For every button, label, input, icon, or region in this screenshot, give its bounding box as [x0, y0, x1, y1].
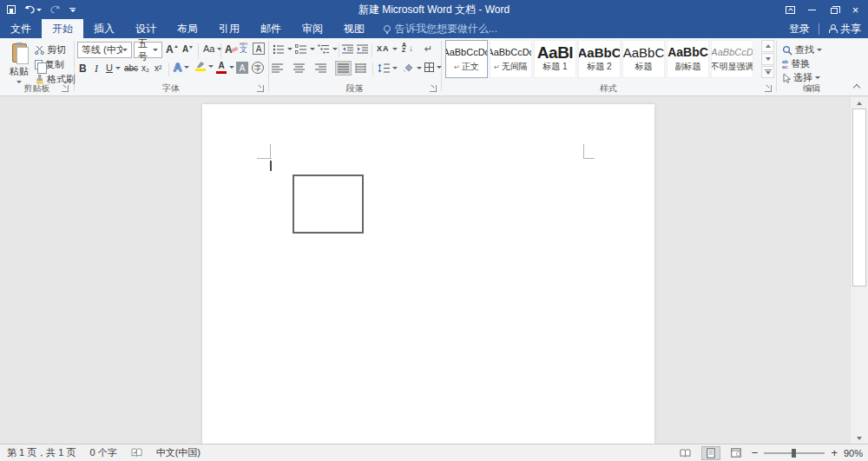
- chevron-down-icon[interactable]: [815, 76, 820, 79]
- borders-button[interactable]: [424, 63, 442, 72]
- sign-in-button[interactable]: 登录: [789, 22, 810, 36]
- find-button[interactable]: 查找: [782, 43, 822, 56]
- restore-button[interactable]: [823, 0, 845, 19]
- minimize-button[interactable]: [801, 0, 823, 19]
- increase-indent-button[interactable]: [357, 44, 368, 54]
- zoom-in-button[interactable]: +: [831, 446, 838, 459]
- word-count-status[interactable]: 0 个字: [89, 446, 116, 459]
- text-effects-button[interactable]: A: [174, 61, 189, 74]
- style-normal[interactable]: AaBbCcDd 正文: [445, 40, 488, 78]
- show-hide-marks-button[interactable]: ↵: [424, 43, 432, 55]
- tab-references[interactable]: 引用: [208, 19, 250, 38]
- tell-me-box[interactable]: 告诉我您想要做什么...: [384, 19, 497, 38]
- align-right-button[interactable]: [315, 63, 326, 73]
- styles-scroll-down-button[interactable]: [761, 53, 774, 65]
- chevron-down-icon[interactable]: [208, 65, 214, 68]
- scrollbar-thumb[interactable]: [852, 109, 866, 286]
- decrease-indent-button[interactable]: [342, 44, 353, 54]
- multilevel-list-button[interactable]: [318, 44, 338, 54]
- scroll-down-button[interactable]: [851, 432, 868, 444]
- tab-mailings[interactable]: 邮件: [250, 19, 292, 38]
- document-page[interactable]: [202, 104, 654, 444]
- language-status[interactable]: 中文(中国): [156, 446, 201, 459]
- rectangle-shape[interactable]: [293, 175, 364, 234]
- style-subtle-emphasis[interactable]: AaBbCcD 不明显强调: [711, 40, 753, 78]
- zoom-slider[interactable]: [764, 452, 825, 454]
- tab-review[interactable]: 审阅: [292, 19, 333, 38]
- chevron-down-icon[interactable]: [287, 48, 293, 50]
- strikethrough-button[interactable]: abc: [124, 63, 138, 73]
- chevron-down-icon[interactable]: [115, 67, 121, 69]
- phonetic-guide-button[interactable]: wén文: [240, 42, 247, 54]
- underline-button[interactable]: U: [106, 63, 121, 73]
- character-shading-button[interactable]: A: [236, 62, 248, 74]
- zoom-level[interactable]: 90%: [844, 448, 863, 458]
- font-color-button[interactable]: A: [216, 61, 234, 74]
- chevron-down-icon[interactable]: [332, 48, 338, 50]
- shading-button[interactable]: [403, 63, 422, 73]
- style-heading-2[interactable]: AaBbC 标题 2: [578, 40, 621, 78]
- tab-insert[interactable]: 插入: [83, 19, 125, 38]
- tab-home[interactable]: 开始: [42, 19, 83, 38]
- font-size-combobox[interactable]: 五号: [134, 42, 162, 58]
- line-spacing-button[interactable]: [378, 63, 398, 73]
- style-title[interactable]: AaBbC 标题: [622, 40, 665, 78]
- chevron-down-icon[interactable]: [417, 67, 422, 69]
- numbering-button[interactable]: [295, 44, 315, 54]
- chevron-down-icon[interactable]: [392, 67, 398, 69]
- superscript-button[interactable]: x²: [155, 63, 161, 73]
- tab-file[interactable]: 文件: [0, 19, 42, 38]
- vertical-scrollbar[interactable]: [850, 97, 868, 444]
- character-border-button[interactable]: A: [253, 43, 265, 55]
- cut-button[interactable]: 剪切: [35, 43, 66, 56]
- chevron-down-icon[interactable]: [817, 49, 822, 51]
- zoom-out-button[interactable]: −: [752, 446, 759, 459]
- subscript-button[interactable]: x₂: [141, 63, 149, 73]
- style-subtitle[interactable]: AaBbC 副标题: [667, 40, 709, 78]
- chevron-down-icon[interactable]: [310, 48, 315, 50]
- font-dialog-launcher-icon[interactable]: [257, 85, 264, 92]
- justify-button[interactable]: [335, 61, 352, 76]
- chevron-down-icon[interactable]: [437, 66, 442, 69]
- zoom-slider-thumb[interactable]: [792, 449, 796, 458]
- share-button[interactable]: 共享: [828, 22, 861, 36]
- web-layout-button[interactable]: [727, 446, 746, 460]
- copy-button[interactable]: 复制: [35, 58, 64, 71]
- read-mode-button[interactable]: [676, 446, 695, 460]
- close-button[interactable]: ×: [845, 0, 866, 19]
- clear-formatting-button[interactable]: A: [225, 43, 238, 56]
- style-heading-1[interactable]: AaBl 标题 1: [534, 40, 576, 78]
- grow-font-button[interactable]: A: [166, 43, 178, 56]
- proofing-book-icon[interactable]: [131, 448, 142, 458]
- document-area[interactable]: [0, 97, 850, 444]
- paragraph-dialog-launcher-icon[interactable]: [430, 85, 437, 92]
- align-center-button[interactable]: [293, 63, 305, 73]
- styles-gallery-more-button[interactable]: [761, 66, 774, 78]
- ribbon-display-options-button[interactable]: [779, 0, 801, 19]
- align-left-button[interactable]: [272, 63, 283, 73]
- chevron-down-icon[interactable]: [392, 48, 398, 50]
- scroll-up-button[interactable]: [851, 97, 868, 109]
- bullets-button[interactable]: [273, 44, 293, 54]
- collapse-ribbon-button[interactable]: [853, 84, 860, 91]
- print-layout-button[interactable]: [701, 446, 720, 460]
- chevron-down-icon[interactable]: [229, 66, 234, 69]
- chevron-down-icon[interactable]: [184, 66, 189, 69]
- style-no-spacing[interactable]: AaBbCcDd 无间隔: [490, 40, 532, 78]
- asian-layout-button[interactable]: XA: [377, 44, 398, 53]
- distribute-button[interactable]: [355, 63, 366, 73]
- sort-button[interactable]: AZ ↓: [402, 43, 413, 53]
- clipboard-dialog-launcher-icon[interactable]: [62, 85, 69, 92]
- tab-design[interactable]: 设计: [125, 19, 167, 38]
- highlight-color-button[interactable]: [195, 62, 214, 71]
- font-name-combobox[interactable]: 等线 (中文正: [77, 42, 132, 58]
- tab-layout[interactable]: 布局: [167, 19, 208, 38]
- replace-button[interactable]: abac 替换: [782, 57, 810, 70]
- styles-scroll-up-button[interactable]: [761, 40, 774, 52]
- styles-dialog-launcher-icon[interactable]: [765, 85, 772, 92]
- italic-button[interactable]: I: [95, 63, 98, 76]
- shrink-font-button[interactable]: A: [182, 44, 193, 54]
- enclose-characters-button[interactable]: 字: [252, 62, 264, 74]
- tab-view[interactable]: 视图: [333, 19, 375, 38]
- page-number-status[interactable]: 第 1 页，共 1 页: [7, 446, 76, 459]
